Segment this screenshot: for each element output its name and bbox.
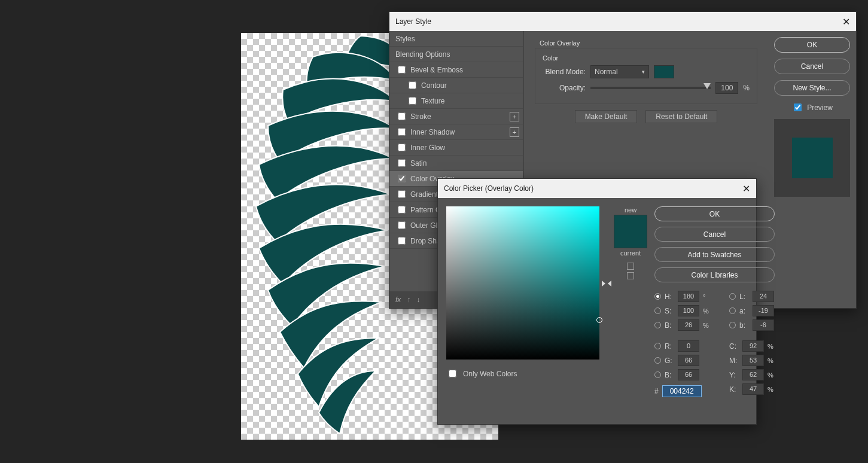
h-radio[interactable] [654, 293, 661, 300]
only-web-colors-checkbox[interactable] [449, 370, 456, 377]
hue-cursor-left-icon[interactable] [602, 281, 605, 287]
bevel-emboss-item[interactable]: Bevel & Emboss [389, 62, 523, 78]
color-picker-title: Color Picker (Overlay Color) [444, 184, 534, 193]
c-input[interactable]: 92 [742, 340, 764, 352]
r-input[interactable]: 0 [678, 340, 699, 352]
sv-cursor-icon[interactable] [596, 317, 602, 323]
preview-swatch [774, 119, 850, 197]
add-inner-shadow-icon[interactable]: + [510, 127, 519, 137]
new-label: new [625, 206, 636, 214]
a-radio[interactable] [729, 307, 736, 314]
blending-options-item[interactable]: Blending Options [389, 47, 523, 62]
l-input[interactable]: 24 [753, 291, 774, 302]
pattern-overlay-checkbox[interactable] [398, 206, 406, 214]
preview-label: Preview [807, 103, 833, 112]
g-radio[interactable] [654, 357, 661, 364]
cp-ok-button[interactable]: OK [654, 206, 775, 221]
hue-cursor-right-icon[interactable] [608, 281, 611, 287]
blend-mode-select[interactable]: Normal ▾ [590, 65, 649, 78]
new-style-button[interactable]: New Style... [774, 80, 850, 96]
layer-style-actions: OK Cancel New Style... Preview [768, 31, 856, 308]
color-overlay-checkbox[interactable] [398, 175, 406, 182]
bevel-checkbox[interactable] [398, 66, 406, 74]
color-group-label: Color [543, 54, 750, 62]
blend-mode-label: Blend Mode: [543, 68, 586, 76]
opacity-input[interactable]: 100 [715, 82, 738, 94]
inner-shadow-item[interactable]: Inner Shadow+ [389, 124, 523, 140]
contour-checkbox[interactable] [409, 81, 416, 89]
layer-style-titlebar[interactable]: Layer Style ✕ [389, 12, 856, 31]
reset-default-button[interactable]: Reset to Default [645, 110, 717, 123]
arrow-up-icon[interactable]: ↑ [407, 296, 410, 304]
k-input[interactable]: 47 [742, 383, 764, 395]
close-icon[interactable]: ✕ [742, 183, 750, 194]
brgb-radio[interactable] [654, 371, 661, 378]
color-picker-dialog: Color Picker (Overlay Color) ✕ Only Web … [437, 178, 757, 425]
new-color [614, 215, 647, 232]
m-input[interactable]: 53 [742, 355, 764, 366]
outer-glow-checkbox[interactable] [398, 221, 406, 229]
drop-shadow-checkbox[interactable] [398, 237, 406, 245]
a-input[interactable]: -19 [753, 305, 774, 316]
web-safe-icon[interactable] [627, 272, 634, 279]
add-stroke-icon[interactable]: + [510, 112, 519, 121]
slider-knob-icon[interactable] [703, 83, 711, 89]
r-radio[interactable] [654, 343, 661, 349]
l-radio[interactable] [729, 293, 736, 300]
cp-cancel-button[interactable]: Cancel [654, 227, 775, 242]
color-picker-titlebar[interactable]: Color Picker (Overlay Color) ✕ [438, 179, 756, 198]
fx-icon[interactable]: fx [395, 296, 401, 304]
inner-glow-item[interactable]: Inner Glow [389, 140, 523, 156]
bhsb-input[interactable]: 26 [678, 319, 699, 331]
gradient-overlay-checkbox[interactable] [398, 190, 406, 198]
satin-item[interactable]: Satin [389, 156, 523, 171]
current-color [614, 232, 647, 248]
s-radio[interactable] [654, 307, 661, 314]
texture-item[interactable]: Texture [389, 93, 523, 109]
arrow-down-icon[interactable]: ↓ [416, 296, 420, 304]
cancel-button[interactable]: Cancel [774, 59, 850, 74]
inner-shadow-checkbox[interactable] [398, 128, 406, 136]
chevron-down-icon: ▾ [642, 69, 645, 75]
add-swatches-button[interactable]: Add to Swatches [654, 247, 775, 262]
styles-item[interactable]: Styles [389, 31, 523, 47]
current-label: current [620, 249, 641, 257]
contour-item[interactable]: Contour [389, 78, 523, 93]
inner-glow-checkbox[interactable] [398, 144, 406, 151]
s-input[interactable]: 100 [678, 305, 699, 316]
only-web-colors-label: Only Web Colors [463, 370, 517, 378]
brgb-input[interactable]: 66 [678, 369, 699, 380]
saturation-value-field[interactable] [446, 206, 599, 360]
layer-style-title: Layer Style [395, 17, 431, 26]
preview-checkbox[interactable] [794, 103, 802, 111]
opacity-label: Opacity: [543, 84, 586, 92]
y-input[interactable]: 62 [742, 369, 764, 380]
g-input[interactable]: 66 [678, 355, 699, 366]
texture-checkbox[interactable] [409, 97, 416, 105]
close-icon[interactable]: ✕ [842, 16, 850, 28]
ok-button[interactable]: OK [774, 37, 850, 53]
stroke-item[interactable]: Stroke+ [389, 109, 523, 124]
blab-input[interactable]: -6 [753, 319, 774, 331]
new-current-swatch[interactable] [614, 215, 647, 248]
bhsb-radio[interactable] [654, 322, 661, 328]
overlay-color-swatch[interactable] [654, 65, 674, 78]
h-input[interactable]: 180 [678, 291, 699, 302]
section-title: Color Overlay [540, 39, 757, 47]
blab-radio[interactable] [729, 322, 736, 328]
opacity-slider[interactable] [590, 87, 711, 89]
stroke-checkbox[interactable] [398, 112, 406, 120]
satin-checkbox[interactable] [398, 159, 406, 167]
percent-label: % [743, 84, 750, 92]
make-default-button[interactable]: Make Default [575, 110, 638, 123]
hex-input[interactable]: 004242 [662, 385, 702, 397]
color-libraries-button[interactable]: Color Libraries [654, 267, 775, 282]
cube-icon[interactable] [627, 263, 634, 270]
preview-color [792, 138, 833, 178]
